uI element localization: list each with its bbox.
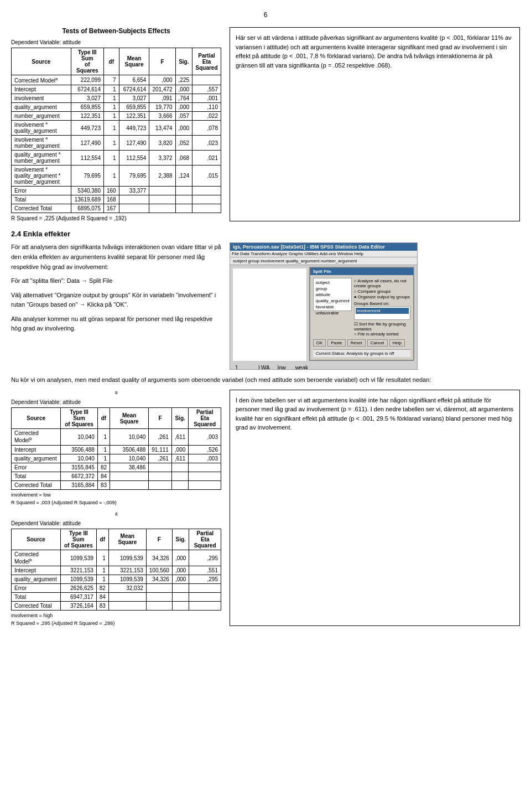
spss-columns-header: subject group involvement quality_argume… <box>230 257 417 265</box>
cell-ms: 79,695 <box>119 165 149 187</box>
cell-f: ,261 <box>149 454 172 463</box>
cell-ss: 6672,372 <box>61 472 98 480</box>
spss-dialog-title: Split File <box>310 268 413 275</box>
t2-col-sig: Sig. <box>171 408 188 429</box>
table-row: involvement * number_argument127,4901127… <box>12 136 221 151</box>
cell-ss: 3165,884 <box>61 480 98 489</box>
cell-ss: 6947,317 <box>60 593 96 602</box>
cell-ms: 10,040 <box>110 429 149 445</box>
cell-eta <box>189 463 221 472</box>
r-squared-note: R Squared = ,225 (Adjusted R Squared = ,… <box>11 215 221 221</box>
cell-df: 1 <box>103 121 119 136</box>
cell-ms: 3221,153 <box>108 566 146 575</box>
cell-ms: 449,723 <box>119 121 149 136</box>
cell-source: Corrected Modelb <box>12 550 61 566</box>
cell-f: ,091 <box>149 94 175 103</box>
cell-df: 1 <box>97 445 110 454</box>
cell-sig <box>171 472 188 480</box>
cell-df: 82 <box>97 463 110 472</box>
cell-ms <box>110 480 149 489</box>
table-row: Corrected Total6895,075167 <box>12 204 221 213</box>
cell-source: Corrected Total <box>12 204 71 213</box>
cell-f: 3,820 <box>149 136 175 151</box>
table-row: Corrected Modela222,09976,654,000,225 <box>12 75 221 85</box>
cell-sig: ,611 <box>171 429 188 445</box>
cell-source: Total <box>12 195 71 204</box>
cell-source: Error <box>12 463 61 472</box>
cell-eta: ,015 <box>192 165 221 187</box>
table2-stats-table: Source Type III Sumof Squares df Mean Sq… <box>11 407 221 489</box>
table3-stats-table: Source Type III Sumof Squares df Mean Sq… <box>11 529 221 611</box>
spss-var-attitude: attitude <box>315 292 350 298</box>
cell-sig <box>175 195 192 204</box>
cell-sig: ,068 <box>175 151 192 165</box>
cell-f: 19,770 <box>149 103 175 112</box>
cell-df: 83 <box>96 602 108 611</box>
cell-ms <box>110 472 149 480</box>
main-table-container: Tests of Between-Subjects Effects Depend… <box>11 27 221 221</box>
cell-df: 1 <box>103 103 119 112</box>
cell-ss: 127,490 <box>71 136 103 151</box>
cell-df: 167 <box>103 204 119 213</box>
cell-ss: 449,723 <box>71 121 103 136</box>
cell-ms: 127,490 <box>119 136 149 151</box>
col-f: F <box>149 48 175 75</box>
spss-radio-group: ○ Analyze all cases, do not create group… <box>354 278 410 299</box>
cell-f: 3,666 <box>149 112 175 121</box>
cell-ms: 32,032 <box>108 584 146 593</box>
cell-ms: 3506,488 <box>110 445 149 454</box>
table-row: Corrected Total 3165,884 83 <box>12 480 221 489</box>
col-ss: Type III Sumof Squares <box>71 48 103 75</box>
cell-ss: 10,040 <box>61 454 98 463</box>
spss-paste-btn[interactable]: Paste <box>327 339 345 346</box>
spss-var-quality: quality_argument <box>315 298 350 304</box>
cell-ms: 122,351 <box>119 112 149 121</box>
cell-sig: ,052 <box>175 136 192 151</box>
table3-inv-label: involvement = high <box>11 613 221 618</box>
table2-dep-var: Dependent Variable: attitude <box>11 399 221 405</box>
t3-col-f: F <box>146 529 172 550</box>
cell-sig: ,000 <box>172 566 189 575</box>
cell-sig: ,225 <box>175 75 192 85</box>
cell-eta: ,023 <box>192 136 221 151</box>
cell-source: Error <box>12 187 71 195</box>
cell-sig <box>175 204 192 213</box>
cell-ms <box>119 204 149 213</box>
spss-reset-btn[interactable]: Reset <box>347 339 366 346</box>
spss-ok-btn[interactable]: OK <box>313 339 326 346</box>
cell-sig <box>172 602 189 611</box>
body-text-container: För att analysera den signifikanta tvåvä… <box>11 242 221 370</box>
spss-help-btn[interactable]: Help <box>389 339 405 346</box>
spss-cancel-btn[interactable]: Cancel <box>367 339 388 346</box>
cell-ms <box>119 195 149 204</box>
spss-sort-label: ☑ Sort the file by grouping variables ○ … <box>354 322 410 337</box>
dep-var-label: Dependent Variable: attitude <box>11 39 221 45</box>
spss-data-table <box>233 268 306 361</box>
cell-df: 1 <box>97 454 110 463</box>
spss-screenshot: igs, Persuasion.sav [DataSet1] - IBM SPS… <box>230 242 418 370</box>
col-eta: Partial EtaSquared <box>192 48 221 75</box>
right-commentary-text: Här ser vi att värdena i attitude påverk… <box>236 33 514 70</box>
cell-sig <box>172 593 189 602</box>
table-row: Error 2626,625 82 32,032 <box>12 584 221 593</box>
cell-f <box>149 195 175 204</box>
alla-text: Alla analyser kommer nu att göras separa… <box>11 314 221 334</box>
t3-col-sig: Sig. <box>172 529 189 550</box>
cell-source: Intercept <box>12 85 71 94</box>
table-row: quality_argument659,8551659,85519,770,00… <box>12 103 221 112</box>
cell-sig: ,764 <box>175 94 192 103</box>
cell-df: 160 <box>103 187 119 195</box>
spss-groups-based-value: Involvement <box>354 306 410 320</box>
spss-var-favorable: favorable <box>315 304 350 310</box>
table-row: Corrected Total 3726,164 83 <box>12 602 221 611</box>
cell-source: involvement * quality_argument <box>12 121 71 136</box>
cell-eta: ,295 <box>189 575 221 584</box>
cell-source: quality_argument <box>12 575 61 584</box>
cell-source: Corrected Modelb <box>12 429 61 445</box>
cell-sig: ,000 <box>172 575 189 584</box>
spss-involvement-item: Involvement <box>356 308 409 314</box>
cell-sig: ,000 <box>171 445 188 454</box>
cell-ms <box>108 602 146 611</box>
col-ms: Mean Square <box>119 48 149 75</box>
table3-container: a Dependent Variable: attitude Source Ty… <box>11 511 221 627</box>
